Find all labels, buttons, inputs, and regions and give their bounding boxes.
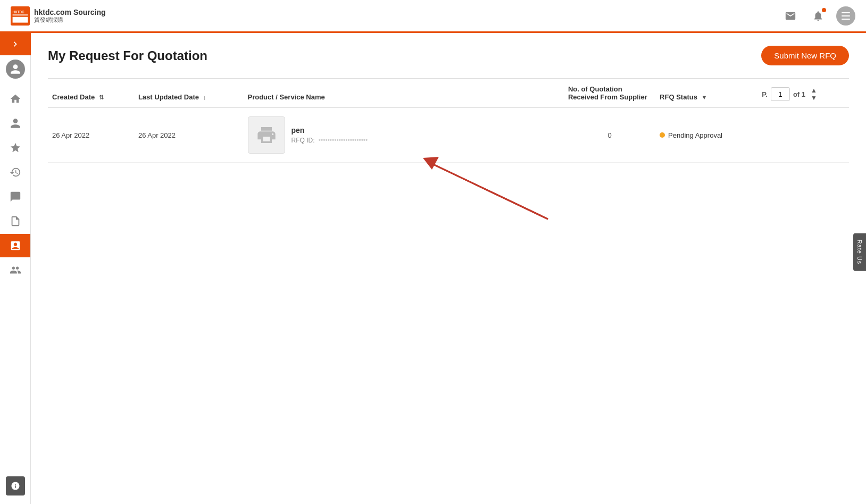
top-header: HKTDC hktdc.com Sourcing 貿發網採購 <box>0 0 866 33</box>
sidebar-item-rfq[interactable] <box>0 234 30 257</box>
pagination-nav: ▲ ▼ <box>811 87 817 101</box>
pagination-page-input[interactable] <box>771 87 790 101</box>
pagination-prev-button[interactable]: ▲ <box>811 87 817 94</box>
sidebar-item-favorites[interactable] <box>0 136 30 159</box>
chevron-right-icon <box>10 39 21 49</box>
col-rfq-status: RFQ Status ▼ <box>655 79 757 108</box>
col-no-quotation-label: No. of Quotation Received From Supplier <box>568 85 647 101</box>
status-label: Pending Approval <box>668 131 722 139</box>
sidebar-item-history[interactable] <box>0 161 30 184</box>
col-last-updated: Last Updated Date ↓ <box>134 79 244 108</box>
sidebar-item-team[interactable] <box>0 258 30 282</box>
chat-icon <box>10 191 21 203</box>
col-rfq-status-label: RFQ Status <box>660 93 697 101</box>
info-button[interactable] <box>6 476 25 495</box>
last-updated-value: 26 Apr 2022 <box>138 131 176 139</box>
header-icons <box>781 6 855 26</box>
pagination-of-label: of 1 <box>793 90 805 98</box>
page-title: My Request For Quotation <box>48 48 207 63</box>
home-icon <box>10 93 21 105</box>
cell-rfq-status: Pending Approval <box>655 108 757 163</box>
product-name: pen <box>292 126 368 135</box>
notification-button[interactable] <box>809 6 828 26</box>
col-created-date-label: Created Date <box>52 93 95 101</box>
sidebar-toggle-button[interactable] <box>0 33 31 55</box>
product-info: pen RFQ ID: •••••••••••••••••••••• <box>292 126 368 144</box>
col-product-service: Product / Service Name <box>244 79 564 108</box>
cell-no-quotation: 0 <box>564 108 655 163</box>
sidebar <box>0 33 31 504</box>
cell-product: pen RFQ ID: •••••••••••••••••••••• <box>244 108 564 163</box>
pagination-next-button[interactable]: ▼ <box>811 95 817 101</box>
product-cell: pen RFQ ID: •••••••••••••••••••••• <box>248 116 560 154</box>
main-content: My Request For Quotation Submit New RFQ … <box>31 33 866 504</box>
col-pagination: P. of 1 ▲ ▼ <box>757 79 849 108</box>
info-icon <box>11 481 20 491</box>
col-no-quotation: No. of Quotation Received From Supplier <box>564 79 655 108</box>
rfq-id-label: RFQ ID: •••••••••••••••••••••• <box>292 137 368 144</box>
page-title-row: My Request For Quotation Submit New RFQ <box>48 46 849 65</box>
product-thumbnail <box>248 116 285 154</box>
filter-icon-rfq-status[interactable]: ▼ <box>702 94 707 100</box>
svg-line-6 <box>431 163 548 219</box>
rate-us-tab[interactable]: Rate Us <box>853 233 866 271</box>
col-last-updated-label: Last Updated Date <box>138 93 199 101</box>
table-container: Created Date ⇅ Last Updated Date ↓ Produ… <box>48 78 849 163</box>
cell-last-updated: 26 Apr 2022 <box>134 108 244 163</box>
printer-icon <box>256 124 277 146</box>
table-header: Created Date ⇅ Last Updated Date ↓ Produ… <box>48 79 849 108</box>
main-layout: My Request For Quotation Submit New RFQ … <box>0 33 866 504</box>
status-dot <box>660 132 665 138</box>
table-body: 26 Apr 2022 26 Apr 2022 <box>48 108 849 163</box>
logo-sub-title: 貿發網採購 <box>34 16 106 23</box>
pagination-prefix: P. <box>762 90 768 98</box>
table-row: 26 Apr 2022 26 Apr 2022 <box>48 108 849 163</box>
cell-empty <box>757 108 849 163</box>
notification-dot <box>822 8 826 12</box>
rfq-icon <box>10 240 21 251</box>
logo-main-title: hktdc.com Sourcing <box>34 8 106 17</box>
col-created-date: Created Date ⇅ <box>48 79 134 108</box>
sort-icon-created-date[interactable]: ⇅ <box>99 94 104 101</box>
sidebar-nav <box>0 87 30 282</box>
svg-rect-4 <box>13 16 28 22</box>
document-icon <box>10 215 21 227</box>
pagination-area: P. of 1 ▲ ▼ <box>762 87 845 101</box>
avatar <box>6 60 25 79</box>
history-icon <box>10 166 21 178</box>
rfq-table: Created Date ⇅ Last Updated Date ↓ Produ… <box>48 78 849 163</box>
sort-icon-last-updated[interactable]: ↓ <box>203 94 206 100</box>
status-badge: Pending Approval <box>660 131 753 139</box>
sidebar-item-documents[interactable] <box>0 209 30 233</box>
logo-area: HKTDC hktdc.com Sourcing 貿發網採購 <box>11 6 106 26</box>
logo-text: hktdc.com Sourcing 貿發網採購 <box>34 8 106 24</box>
star-icon <box>10 142 21 154</box>
rfq-id-prefix: RFQ ID: <box>292 137 315 144</box>
cell-created-date: 26 Apr 2022 <box>48 108 134 163</box>
sidebar-bottom <box>6 476 25 495</box>
created-date-value: 26 Apr 2022 <box>52 131 89 139</box>
svg-rect-2 <box>13 14 28 15</box>
email-icon <box>785 10 796 22</box>
person-icon <box>10 117 21 129</box>
table-header-row: Created Date ⇅ Last Updated Date ↓ Produ… <box>48 79 849 108</box>
hktdc-logo-icon: HKTDC <box>11 6 30 26</box>
sidebar-item-user[interactable] <box>0 112 30 135</box>
menu-button[interactable] <box>836 6 855 26</box>
sidebar-item-home[interactable] <box>0 87 30 111</box>
svg-text:HKTDC: HKTDC <box>13 10 24 13</box>
email-button[interactable] <box>781 6 800 26</box>
rate-us-tab-container: Rate Us <box>853 233 866 271</box>
user-avatar-icon <box>10 63 21 75</box>
sidebar-item-messages[interactable] <box>0 185 30 208</box>
no-quotation-value: 0 <box>607 131 611 139</box>
submit-new-rfq-button[interactable]: Submit New RFQ <box>761 46 849 65</box>
rfq-id-value: •••••••••••••••••••••• <box>319 137 368 144</box>
team-icon <box>10 264 21 276</box>
col-product-service-label: Product / Service Name <box>248 93 325 101</box>
